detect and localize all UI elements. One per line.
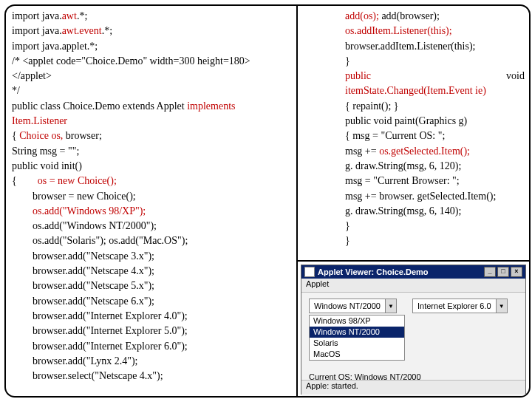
code-line: /* <applet code="Choice.Demo" width=300 … [12, 54, 292, 69]
window-buttons: _ □ × [484, 267, 522, 277]
code-line: public class Choice.Demo extends Applet … [12, 99, 292, 114]
code-line: os.add("Windows 98/XP"); [12, 204, 292, 219]
code-line: } [304, 219, 525, 233]
code-line: import java.awt.event.*; [12, 24, 292, 38]
minimize-button[interactable]: _ [484, 267, 496, 277]
code-line: */ [12, 83, 292, 98]
chevron-down-icon[interactable]: ▼ [385, 299, 396, 313]
code-line: String msg = ""; [12, 144, 292, 159]
window-title: Applet Viewer: Choice.Demo [318, 267, 429, 276]
code-left-column: import java.awt.*; import java.awt.event… [6, 6, 298, 396]
menubar[interactable]: Applet [301, 279, 525, 293]
os-selected: Windows NT/2000 [310, 301, 385, 310]
browser-selected: Internet Explorer 6.0 [413, 301, 496, 310]
code-line: add(os); add(browser); [304, 9, 525, 24]
frame: import java.awt.*; import java.awt.event… [4, 4, 531, 398]
code-line: msg += browser. getSelected.Item(); [304, 189, 525, 204]
code-line: browser.addItem.Listener(this); [304, 39, 525, 54]
code-line: os.add("Windows NT/2000"); [12, 219, 292, 233]
code-line: Item.Listener [12, 114, 292, 129]
list-item[interactable]: Windows NT/2000 [310, 327, 404, 338]
list-item[interactable]: MacOS [310, 349, 404, 360]
code-line: import java.applet.*; [12, 39, 292, 54]
code-line: import java.awt.*; [12, 9, 292, 24]
code-line: {os = new Choice(); [12, 174, 292, 188]
statusbar: Apple: started. [301, 380, 525, 394]
code-line: browser.add("Netscape 5.x"); [12, 279, 292, 293]
code-line: browser.add("Lynx 2.4"); [12, 354, 292, 369]
titlebar: Applet Viewer: Choice.Demo _ □ × [301, 265, 525, 279]
app-icon [304, 267, 315, 277]
controls-row: Windows NT/2000 ▼ Windows 98/XP Windows … [309, 299, 518, 361]
code-line: os.add("Solaris"); os.add("Mac.OS"); [12, 233, 292, 248]
code-line: msg = "Current Browser: "; [304, 174, 525, 188]
os-choice-group: Windows NT/2000 ▼ Windows 98/XP Windows … [309, 299, 405, 361]
browser-combobox[interactable]: Internet Explorer 6.0 ▼ [412, 299, 508, 313]
code-line: browser.add("Internet Explorer 5.0"); [12, 324, 292, 338]
code-line: { Choice os, browser; [12, 129, 292, 143]
code-line: browser.add("Internet Explorer 4.0"); [12, 309, 292, 324]
code-right-column: add(os); add(browser); os.addItem.Listen… [298, 6, 529, 396]
code-line: g. draw.String(msg, 6, 120); [304, 159, 525, 174]
code-line: browser = new Choice(); [12, 189, 292, 204]
code-line: { repaint(); } [304, 99, 525, 114]
code-line: itemState.Changed(Item.Event ie) [304, 83, 525, 98]
code-line: msg += os.getSelected.Item(); [304, 144, 525, 159]
code-line: } [304, 54, 525, 69]
code-line: g. draw.String(msg, 6, 140); [304, 204, 525, 219]
code-line: </applet> [12, 69, 292, 83]
list-item[interactable]: Solaris [310, 338, 404, 349]
list-item[interactable]: Windows 98/XP [310, 316, 404, 327]
applet-screenshot: Applet Viewer: Choice.Demo _ □ × Applet … [298, 260, 529, 396]
os-combobox[interactable]: Windows NT/2000 ▼ [309, 299, 397, 313]
code-line: publicvoid [304, 69, 525, 83]
code-line: public void paint(Graphics g) [304, 114, 525, 129]
maximize-button[interactable]: □ [497, 267, 509, 277]
applet-window: Applet Viewer: Choice.Demo _ □ × Applet … [301, 265, 526, 395]
os-listbox[interactable]: Windows 98/XP Windows NT/2000 Solaris Ma… [309, 315, 405, 361]
code-line: { msg = "Current OS: "; [304, 129, 525, 143]
code-line: browser.select("Netscape 4.x"); [12, 369, 292, 383]
code-line: } [304, 233, 525, 248]
code-line: browser.add("Netscape 4.x"); [12, 264, 292, 279]
code-line: browser.add("Netscape 6.x"); [12, 294, 292, 309]
code-line: public void init() [12, 159, 292, 174]
code-line: browser.add("Netscape 3.x"); [12, 249, 292, 264]
close-button[interactable]: × [511, 267, 522, 277]
code-line: os.addItem.Listener(this); [304, 24, 525, 38]
code-right-block: add(os); add(browser); os.addItem.Listen… [298, 6, 529, 252]
chevron-down-icon[interactable]: ▼ [496, 299, 507, 313]
code-line: browser.add("Internet Explorer 6.0"); [12, 339, 292, 354]
columns: import java.awt.*; import java.awt.event… [6, 6, 529, 396]
page: import java.awt.*; import java.awt.event… [0, 0, 532, 399]
